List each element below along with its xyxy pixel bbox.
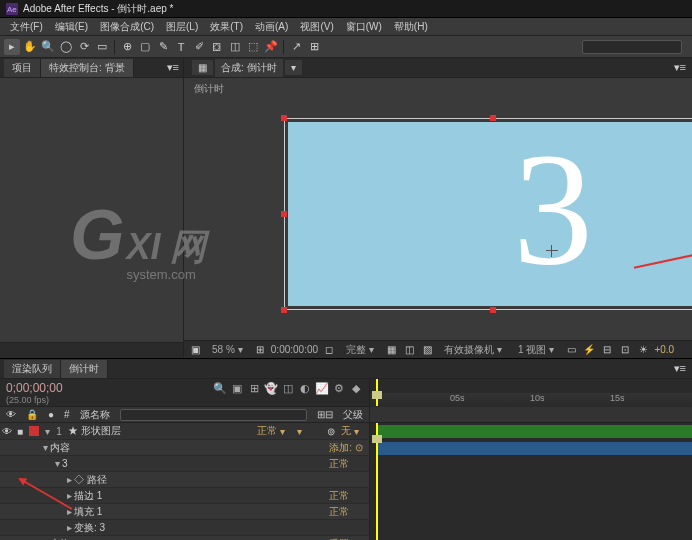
- menu-window[interactable]: 窗口(W): [340, 19, 388, 35]
- tab-effect-controls[interactable]: 特效控制台: 背景: [41, 59, 134, 77]
- layer-color-label[interactable]: [29, 426, 39, 436]
- composition-viewer[interactable]: 3: [284, 118, 692, 310]
- blend-mode-dropdown[interactable]: 正常▾: [251, 424, 291, 438]
- views-dropdown[interactable]: 1 视图▾: [512, 343, 560, 357]
- camera-dropdown[interactable]: 有效摄像机▾: [438, 343, 508, 357]
- parent-pick-icon[interactable]: ⊚: [327, 426, 335, 437]
- current-time[interactable]: 0;00;00;00: [6, 381, 63, 395]
- bbox-handle[interactable]: [490, 115, 496, 121]
- parent-dropdown[interactable]: 无▾: [335, 424, 365, 438]
- anchor-tool-icon[interactable]: ⊕: [119, 39, 135, 55]
- twirl-icon[interactable]: ▸: [64, 506, 74, 517]
- text-tool-icon[interactable]: T: [173, 39, 189, 55]
- pixel-aspect-icon[interactable]: ▭: [564, 343, 578, 357]
- bbox-handle[interactable]: [281, 115, 287, 121]
- reset-link[interactable]: 重置: [329, 537, 369, 541]
- tab-timeline-comp[interactable]: 倒计时: [61, 360, 108, 378]
- prop-contents[interactable]: 内容: [50, 441, 323, 455]
- fast-preview-icon[interactable]: ⚡: [582, 343, 596, 357]
- brush-tool-icon[interactable]: ✐: [191, 39, 207, 55]
- panel-menu-icon[interactable]: ▾≡: [167, 61, 179, 74]
- add-shape-dropdown[interactable]: 添加: ⊙: [323, 441, 369, 455]
- menu-help[interactable]: 帮助(H): [388, 19, 434, 35]
- bbox-handle[interactable]: [281, 211, 287, 217]
- twirl-icon[interactable]: ▾: [42, 426, 52, 437]
- rotate-tool-icon[interactable]: ⟳: [76, 39, 92, 55]
- resolution-icon[interactable]: ⊞: [253, 343, 267, 357]
- tab-composition[interactable]: 合成: 倒计时: [215, 59, 283, 77]
- source-name-header[interactable]: 源名称: [80, 408, 110, 422]
- twirl-icon[interactable]: ▾: [52, 458, 62, 469]
- local-axis-icon[interactable]: ↗: [288, 39, 304, 55]
- pen-tool-icon[interactable]: ✎: [155, 39, 171, 55]
- lock-column-icon[interactable]: 🔒: [26, 409, 38, 420]
- region-icon[interactable]: ◻: [322, 343, 336, 357]
- eraser-tool-icon[interactable]: ◫: [227, 39, 243, 55]
- visibility-toggle[interactable]: 👁: [0, 426, 14, 437]
- menu-effect[interactable]: 效果(T): [204, 19, 249, 35]
- prop-transform-group[interactable]: 变换: 3: [74, 521, 369, 535]
- exposure-value[interactable]: +0.0: [654, 344, 674, 355]
- tl-draft3d-icon[interactable]: ⊞: [247, 381, 261, 395]
- tl-motionblur-icon[interactable]: ◐: [298, 381, 312, 395]
- timeline-panel-menu-icon[interactable]: ▾≡: [674, 362, 686, 375]
- world-axis-icon[interactable]: ⊞: [306, 39, 322, 55]
- tl-comp-mini-icon[interactable]: ▣: [230, 381, 244, 395]
- prop-fill[interactable]: 填充 1: [74, 505, 329, 519]
- grid-icon[interactable]: ▦: [384, 343, 398, 357]
- tab-project[interactable]: 项目: [4, 59, 41, 77]
- prop-transform[interactable]: 变换: [50, 537, 329, 541]
- tl-shy-icon[interactable]: 👻: [264, 381, 278, 395]
- twirl-icon[interactable]: ▾: [40, 442, 50, 453]
- menu-view[interactable]: 视图(V): [294, 19, 339, 35]
- canvas-text-3[interactable]: 3: [513, 117, 593, 302]
- resolution-dropdown[interactable]: 完整▾: [340, 343, 380, 357]
- comp-panel-menu-icon[interactable]: ▾≡: [674, 61, 686, 74]
- flowchart-icon[interactable]: ⊡: [618, 343, 632, 357]
- hand-tool-icon[interactable]: ✋: [22, 39, 38, 55]
- twirl-icon[interactable]: ▸: [64, 490, 74, 501]
- flowchart-tab-icon[interactable]: ▾: [285, 60, 302, 75]
- bbox-handle[interactable]: [281, 307, 287, 313]
- timeline-icon[interactable]: ⊟: [600, 343, 614, 357]
- zoom-dropdown[interactable]: 58 %▾: [206, 344, 249, 355]
- rect-tool-icon[interactable]: ▢: [137, 39, 153, 55]
- menu-composition[interactable]: 图像合成(C): [94, 19, 160, 35]
- pin-tool-icon[interactable]: 📌: [263, 39, 279, 55]
- bbox-handle[interactable]: [490, 307, 496, 313]
- menu-layer[interactable]: 图层(L): [160, 19, 204, 35]
- track-matte-dropdown[interactable]: ▾: [291, 426, 327, 437]
- current-time-indicator-line[interactable]: [376, 423, 378, 540]
- twirl-icon[interactable]: ▸: [64, 474, 74, 485]
- prop-shape-group[interactable]: 3: [62, 458, 329, 469]
- prop-normal[interactable]: 正常: [329, 457, 369, 471]
- tab-render-queue[interactable]: 渲染队列: [4, 360, 61, 378]
- layer-tab-icon[interactable]: ▦: [192, 60, 213, 75]
- mask-icon[interactable]: ◫: [402, 343, 416, 357]
- layer-row-1[interactable]: 👁 ■ ▾ 1 ★ 形状图层 正常▾ ▾ ⊚ 无▾: [0, 423, 369, 440]
- current-time-indicator[interactable]: [376, 379, 378, 406]
- tl-frameblend-icon[interactable]: ◫: [281, 381, 295, 395]
- prop-path[interactable]: ◇ 路径: [74, 473, 369, 487]
- prop-normal[interactable]: 正常: [329, 505, 369, 519]
- stamp-tool-icon[interactable]: ⛋: [209, 39, 225, 55]
- time-display[interactable]: 0:00:00:00: [271, 344, 318, 355]
- snapshot-icon[interactable]: ▣: [188, 343, 202, 357]
- eye-column-icon[interactable]: 👁: [6, 409, 16, 420]
- tl-brainstorm-icon[interactable]: ⚙: [332, 381, 346, 395]
- tl-autokey-icon[interactable]: ◆: [349, 381, 363, 395]
- prop-stroke[interactable]: 描边 1: [74, 489, 329, 503]
- layer-bar-1-sub[interactable]: [376, 442, 692, 455]
- solo-toggle[interactable]: ■: [14, 426, 26, 437]
- twirl-icon[interactable]: ▸: [64, 522, 74, 533]
- zoom-tool-icon[interactable]: 🔍: [40, 39, 56, 55]
- help-search-input[interactable]: [582, 40, 682, 54]
- layer-search-input[interactable]: [120, 409, 307, 421]
- orbit-tool-icon[interactable]: ◯: [58, 39, 74, 55]
- timeline-tracks[interactable]: [370, 423, 692, 540]
- selection-tool-icon[interactable]: ▸: [4, 39, 20, 55]
- tl-search-icon[interactable]: 🔍: [213, 381, 227, 395]
- anchor-point-icon[interactable]: [546, 245, 558, 257]
- layer-name[interactable]: ★ 形状图层: [66, 424, 251, 438]
- camera-tool-icon[interactable]: ▭: [94, 39, 110, 55]
